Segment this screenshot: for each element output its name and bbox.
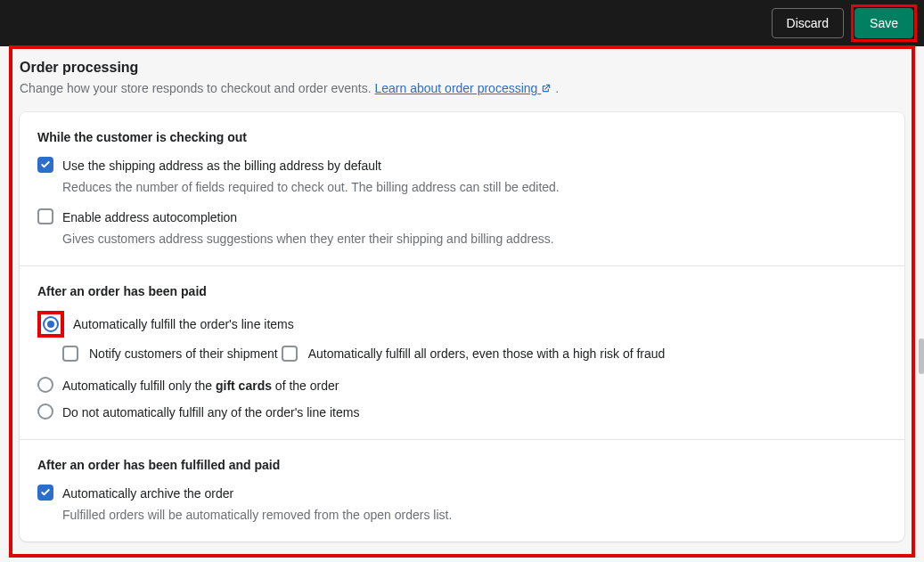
help-billing-default: Reduces the number of fields required to… — [62, 178, 887, 196]
learn-link[interactable]: Learn about order processing — [374, 81, 552, 95]
label-notify-shipment: Notify customers of their shipment — [89, 345, 278, 362]
save-highlight: Save — [851, 4, 917, 42]
label-autocomplete: Enable address autocompletion — [62, 208, 237, 226]
scrollbar-thumb[interactable] — [919, 338, 924, 374]
radio-highlight — [37, 311, 64, 338]
discard-button[interactable]: Discard — [772, 8, 844, 38]
external-link-icon — [541, 82, 552, 96]
section-checkout: While the customer is checking out Use t… — [20, 112, 904, 265]
label-auto-archive: Automatically archive the order — [62, 485, 233, 502]
checkbox-fulfill-high-risk[interactable] — [282, 346, 298, 362]
page-title: Order processing — [20, 60, 904, 76]
save-button[interactable]: Save — [854, 8, 913, 38]
checkbox-notify-shipment[interactable] — [62, 346, 78, 362]
radio-auto-fulfill[interactable] — [43, 316, 59, 332]
label-no-auto-fulfill: Do not automatically fulfill any of the … — [62, 403, 359, 421]
topbar: Discard Save — [0, 0, 924, 46]
section-heading: While the customer is checking out — [37, 130, 887, 144]
checkbox-billing-default[interactable] — [37, 157, 53, 173]
label-gift-cards: Automatically fulfill only the gift card… — [62, 377, 339, 395]
section-after-paid: After an order has been paid Automatical… — [20, 265, 904, 439]
page-description: Change how your store responds to checko… — [20, 81, 904, 96]
page-highlight: Order processing Change how your store r… — [9, 45, 915, 558]
section-after-fulfilled: After an order has been fulfilled and pa… — [20, 439, 904, 542]
checkbox-auto-archive[interactable] — [37, 485, 53, 501]
settings-card: While the customer is checking out Use t… — [20, 112, 904, 542]
label-fulfill-high-risk: Automatically fulfill all orders, even t… — [308, 345, 666, 362]
section-heading: After an order has been paid — [37, 284, 887, 298]
section-heading: After an order has been fulfilled and pa… — [37, 458, 887, 472]
help-auto-archive: Fulfilled orders will be automatically r… — [62, 506, 887, 524]
help-autocomplete: Gives customers address suggestions when… — [62, 230, 887, 248]
checkbox-autocomplete[interactable] — [37, 208, 53, 224]
radio-no-auto-fulfill[interactable] — [37, 403, 53, 419]
label-billing-default: Use the shipping address as the billing … — [62, 157, 381, 175]
label-auto-fulfill: Automatically fulfill the order's line i… — [73, 315, 294, 333]
radio-gift-cards[interactable] — [37, 377, 53, 393]
